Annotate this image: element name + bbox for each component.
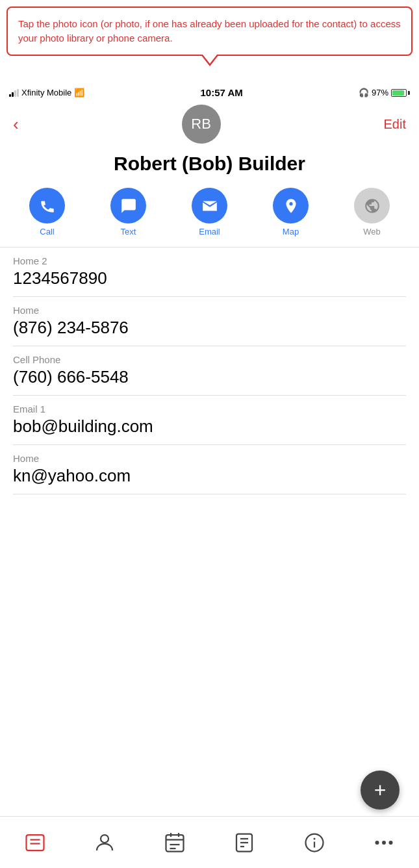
tooltip-arrow-inner [203, 55, 217, 64]
field-cellphone[interactable]: Cell Phone (760) 666-5548 [13, 346, 406, 396]
svg-point-20 [389, 841, 393, 845]
email-label: Email [199, 227, 220, 236]
field-email1[interactable]: Email 1 bob@building.com [13, 396, 406, 445]
field-value-email1: bob@building.com [13, 416, 406, 437]
back-button[interactable]: ‹ [13, 114, 19, 134]
action-email[interactable]: Email [192, 188, 227, 236]
action-call[interactable]: Call [29, 188, 65, 236]
field-label-home-email: Home [13, 453, 406, 464]
call-label: Call [40, 227, 54, 236]
svg-point-4 [101, 835, 108, 843]
fab-add-button[interactable]: + [361, 771, 400, 810]
action-text[interactable]: Text [110, 188, 146, 236]
status-bar: Xfinity Mobile 📶 10:57 AM 🎧 97% [0, 84, 419, 101]
avatar[interactable]: RB [182, 105, 221, 144]
call-icon [29, 188, 65, 223]
field-home[interactable]: Home (876) 234-5876 [13, 297, 406, 346]
svg-rect-0 [26, 835, 44, 850]
edit-button[interactable]: Edit [384, 117, 406, 132]
email-icon [192, 188, 227, 223]
status-right: 🎧 97% [359, 88, 410, 97]
field-home2[interactable]: Home 2 1234567890 [13, 248, 406, 297]
status-left: Xfinity Mobile 📶 [9, 88, 84, 97]
tab-calendar[interactable] [140, 831, 210, 854]
battery-icon [391, 89, 410, 97]
nav-bar: ‹ RB Edit [0, 101, 419, 147]
contact-name: Robert (Bob) Builder [0, 147, 419, 184]
tab-info[interactable] [279, 831, 349, 854]
tab-bar [0, 816, 419, 868]
field-value-home-email: kn@yahoo.com [13, 466, 406, 486]
field-home-email[interactable]: Home kn@yahoo.com [13, 445, 406, 494]
signal-bars-icon [9, 89, 19, 97]
status-time: 10:57 AM [200, 87, 242, 98]
action-map[interactable]: Map [273, 188, 309, 236]
map-icon [273, 188, 309, 223]
svg-point-19 [382, 841, 386, 845]
tab-more[interactable] [349, 831, 420, 854]
web-icon [354, 188, 390, 223]
tooltip-text: Tap the photo icon (or photo, if one has… [18, 17, 401, 45]
field-label-home2: Home 2 [13, 255, 406, 266]
tab-contacts[interactable] [0, 831, 70, 854]
web-label: Web [363, 227, 381, 236]
map-label: Map [283, 227, 299, 236]
field-value-home: (876) 234-5876 [13, 318, 406, 338]
text-label: Text [121, 227, 136, 236]
battery-percent-text: 97% [372, 88, 388, 97]
text-icon [110, 188, 146, 223]
headphone-icon: 🎧 [359, 88, 369, 97]
field-label-home: Home [13, 305, 406, 316]
wifi-icon: 📶 [74, 88, 84, 97]
tab-notes[interactable] [210, 831, 280, 854]
svg-point-17 [314, 838, 315, 839]
fields-container: Home 2 1234567890 Home (876) 234-5876 Ce… [0, 248, 419, 494]
tab-person[interactable] [70, 831, 140, 854]
field-label-cellphone: Cell Phone [13, 354, 406, 365]
field-label-email1: Email 1 [13, 403, 406, 415]
actions-row: Call Text Email Map Web [0, 184, 419, 248]
action-web[interactable]: Web [354, 188, 390, 236]
carrier-text: Xfinity Mobile [21, 88, 71, 97]
field-value-home2: 1234567890 [13, 268, 406, 288]
tooltip-box: Tap the photo icon (or photo, if one has… [6, 6, 413, 56]
svg-point-18 [375, 841, 379, 845]
field-value-cellphone: (760) 666-5548 [13, 367, 406, 387]
